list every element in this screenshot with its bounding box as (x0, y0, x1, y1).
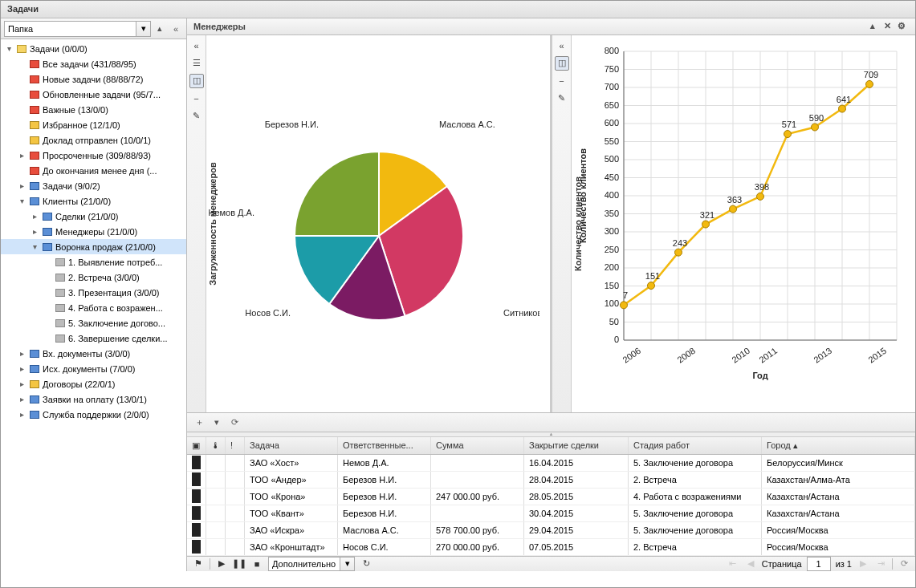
col-responsible[interactable]: Ответственные... (338, 437, 431, 454)
tree-item[interactable]: ▾Воронка продаж (21/0/0) (1, 239, 186, 254)
tree-item[interactable]: ▸Служба поддержки (2/0/0) (1, 407, 186, 422)
tree-expander-icon[interactable]: ▸ (17, 410, 26, 419)
svg-text:800: 800 (605, 46, 619, 55)
settings-icon[interactable]: ⚙ (894, 19, 909, 34)
pause-button[interactable]: ❚❚ (233, 558, 246, 570)
tree-item[interactable]: 3. Презентация (3/0/0) (1, 285, 186, 300)
loop-icon[interactable]: ↻ (360, 558, 373, 570)
tree-item[interactable]: Все задачи (431/88/95) (1, 56, 186, 71)
flag-icon[interactable]: ⚑ (192, 558, 205, 570)
tree-item[interactable]: ▾Задачи (0/0/0) (1, 41, 186, 56)
cell-sum (431, 505, 524, 521)
refresh-icon[interactable]: ⟳ (227, 415, 242, 429)
col-stage[interactable]: Стадия работ (629, 437, 762, 454)
tree-item[interactable]: Избранное (12/1/0) (1, 117, 186, 132)
tree-expander-icon[interactable]: ▾ (4, 44, 14, 53)
list-view-icon[interactable]: ☰ (189, 56, 204, 71)
col-city[interactable]: Город ▴ (762, 437, 915, 454)
edit-icon[interactable]: ✎ (189, 109, 204, 124)
table-row[interactable]: ТОО «Квант»Березов Н.И.30.04.20155. Закл… (187, 505, 915, 522)
col-task[interactable]: Задача (245, 437, 338, 454)
tree-expander-icon[interactable]: ▾ (17, 197, 26, 205)
stop-button[interactable]: ■ (250, 558, 263, 570)
tree-item[interactable]: ▸Вх. документы (3/0/0) (1, 346, 186, 361)
close-panel-icon[interactable]: ✕ (880, 19, 894, 34)
tree-item[interactable]: Новые задачи (88/88/72) (1, 71, 186, 87)
first-page-button[interactable]: ⇤ (727, 558, 739, 570)
col-close-date[interactable]: Закрытие сделки (524, 437, 629, 454)
tree-item[interactable]: ▸Задачи (9/0/2) (1, 178, 186, 193)
page-input[interactable] (807, 557, 831, 571)
col-priority[interactable]: 🌡 (206, 437, 226, 454)
tree-expander-icon[interactable]: ▸ (17, 181, 26, 190)
tree-expander-icon[interactable]: ▸ (30, 227, 39, 236)
blue-icon (29, 364, 40, 374)
cell-stage: 5. Заключение договора (629, 455, 762, 471)
table-row[interactable]: ЗАО «Искра»Маслова А.С.578 700.00 руб.29… (187, 522, 915, 539)
minus-icon[interactable]: − (555, 74, 569, 88)
tree-expander-icon[interactable]: ▾ (30, 242, 39, 251)
tree-item[interactable]: Важные (13/0/0) (1, 102, 186, 117)
blue-icon (42, 212, 53, 221)
tree-item[interactable]: ▸Просроченные (309/88/93) (1, 148, 186, 163)
table-row[interactable]: ЗАО «Хост»Немов Д.А.16.04.20155. Заключе… (187, 455, 915, 472)
minus-icon[interactable]: − (189, 91, 204, 106)
table-row[interactable]: ТОО «Крона»Березов Н.И.247 000.00 руб.28… (187, 489, 915, 505)
collapse-panel-icon[interactable]: ▴ (865, 19, 880, 34)
col-flag[interactable]: ! (226, 437, 245, 454)
chart-view-icon[interactable]: ◫ (555, 56, 569, 71)
tree-item[interactable]: 2. Встреча (3/0/0) (1, 270, 186, 285)
tree-expander-icon[interactable]: ▸ (17, 364, 26, 373)
tree-item[interactable]: 6. Завершение сделки... (1, 330, 186, 346)
last-page-button[interactable]: ⇥ (874, 558, 887, 570)
tree-item[interactable]: ▸Договоры (22/0/1) (1, 376, 186, 391)
col-sum[interactable]: Сумма (431, 437, 524, 454)
extra-combo-dropdown[interactable]: ▾ (340, 557, 355, 571)
folder-combo[interactable]: ▾ (4, 21, 151, 37)
cell-close: 28.05.2015 (524, 489, 629, 505)
folder-tree[interactable]: ▾Задачи (0/0/0)Все задачи (431/88/95)Нов… (1, 39, 186, 571)
table-row[interactable]: ТОО «Андер»Березов Н.И.28.04.20152. Встр… (187, 472, 915, 489)
tree-expander-icon[interactable]: ▸ (17, 395, 26, 403)
collapse-left-icon[interactable]: « (555, 39, 569, 53)
tree-item[interactable]: ▸Менеджеры (21/0/0) (1, 224, 186, 239)
tree-item[interactable]: Доклад отправлен (10/0/1) (1, 132, 186, 148)
tree-expander-icon[interactable]: ▸ (30, 212, 39, 221)
tree-item[interactable]: ▸Сделки (21/0/0) (1, 209, 186, 224)
svg-text:Носов С.И.: Носов С.И. (245, 308, 291, 318)
add-dropdown-icon[interactable]: ▾ (210, 415, 224, 429)
tree-item[interactable]: ▸Исх. документы (7/0/0) (1, 361, 186, 376)
collapse-left-icon[interactable]: « (169, 22, 183, 36)
prev-page-button[interactable]: ◀ (744, 558, 757, 570)
tree-item[interactable]: 1. Выявление потреб... (1, 254, 186, 270)
table-row[interactable]: ЗАО «Кронштадт»Носов С.И.270 000.00 руб.… (187, 539, 915, 556)
tree-item[interactable]: 4. Работа с возражен... (1, 300, 186, 315)
folder-input[interactable] (4, 21, 136, 37)
next-page-button[interactable]: ▶ (857, 558, 869, 570)
table-body[interactable]: ЗАО «Хост»Немов Д.А.16.04.20155. Заключе… (187, 455, 915, 556)
collapse-left-icon[interactable]: « (189, 39, 204, 53)
collapse-up-icon[interactable]: ▴ (153, 22, 167, 36)
tree-item[interactable]: 5. Заключение догово... (1, 315, 186, 330)
tree-expander-icon[interactable]: ▸ (17, 379, 26, 388)
tree-expander-icon[interactable]: ▸ (17, 349, 26, 358)
cell-close: 30.04.2015 (524, 505, 629, 521)
tree-item[interactable]: До окончания менее дня (... (1, 163, 186, 178)
play-button[interactable]: ▶ (215, 558, 228, 570)
tree-item-label: До окончания менее дня (... (43, 166, 157, 176)
tree-item-label: Новые задачи (88/88/72) (43, 75, 144, 84)
cell-task: ЗАО «Хост» (245, 455, 338, 471)
tree-item[interactable]: Обновленные задачи (95/7... (1, 87, 186, 102)
folder-combo-dropdown[interactable]: ▾ (136, 21, 151, 37)
tree-item[interactable]: ▾Клиенты (21/0/0) (1, 193, 186, 209)
extra-combo-input[interactable] (268, 557, 340, 571)
tree-item-label: Доклад отправлен (10/0/1) (43, 136, 151, 145)
col-marker[interactable]: ▣ (187, 437, 206, 454)
extra-combo[interactable]: ▾ (268, 557, 355, 571)
chart-view-icon[interactable]: ◫ (189, 74, 204, 88)
refresh-page-icon[interactable]: ⟳ (898, 558, 910, 570)
tree-item[interactable]: ▸Заявки на оплату (13/0/1) (1, 391, 186, 407)
edit-icon[interactable]: ✎ (555, 91, 569, 106)
add-button[interactable]: ＋ (192, 415, 206, 429)
tree-expander-icon[interactable]: ▸ (17, 151, 26, 160)
